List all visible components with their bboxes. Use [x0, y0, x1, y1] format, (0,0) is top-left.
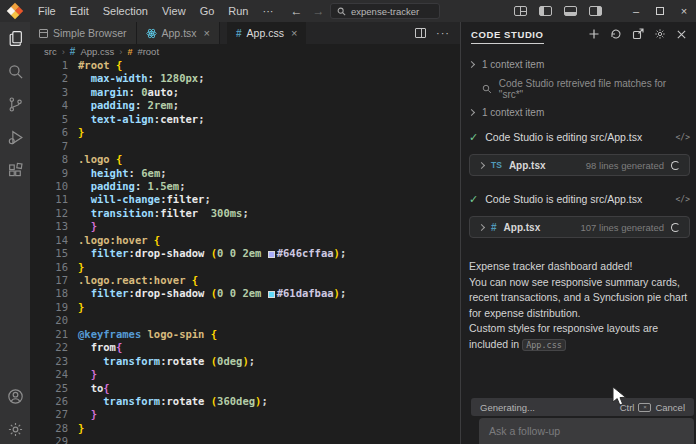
line-number: 9 — [30, 167, 78, 180]
history-icon[interactable] — [609, 28, 622, 41]
context-items-row[interactable]: 1 context item — [469, 57, 690, 71]
menu-edit[interactable]: Edit — [63, 0, 96, 22]
code-line[interactable]: 25 to{ — [30, 382, 460, 395]
code-line[interactable]: 16} — [30, 261, 460, 274]
generating-bar: Generating... Ctrl × Cancel — [471, 398, 694, 416]
split-editor-icon[interactable] — [415, 28, 426, 38]
source-control-icon[interactable] — [6, 95, 24, 113]
code-line[interactable]: 26 transform:rotate (360deg); — [30, 395, 460, 408]
code-line[interactable]: 7 — [30, 140, 460, 153]
window-close-button[interactable]: × — [672, 0, 696, 22]
toggle-secondary-sidebar-icon[interactable] — [589, 6, 602, 16]
breadcrumb-symbol[interactable]: #root — [137, 46, 159, 57]
run-debug-icon[interactable] — [6, 128, 24, 146]
new-chat-icon[interactable] — [587, 28, 600, 41]
code-line[interactable]: 9 height: 6em; — [30, 167, 460, 180]
toggle-sidebar-icon[interactable] — [539, 6, 552, 16]
panel-settings-gear-icon[interactable] — [653, 28, 666, 41]
panel-title-tab[interactable]: CODE STUDIO — [471, 25, 544, 44]
panel-close-icon[interactable] — [675, 28, 688, 41]
followup-placeholder: Ask a follow-up — [489, 425, 560, 437]
file-chip[interactable]: App.css — [522, 339, 566, 351]
code-line[interactable]: 19} — [30, 301, 460, 314]
code-line[interactable]: 3 margin: 0auto; — [30, 86, 460, 99]
line-number: 27 — [30, 408, 78, 421]
menu-more-icon[interactable]: ··· — [256, 0, 281, 22]
code-line[interactable]: 17.logo.react:hover { — [30, 274, 460, 287]
tab-label: Simple Browser — [53, 27, 127, 39]
code-line[interactable]: 2 max-width: 1280px; — [30, 72, 460, 85]
css-file-icon: # — [70, 46, 76, 57]
open-in-editor-icon[interactable] — [631, 28, 644, 41]
settings-gear-icon[interactable] — [6, 420, 24, 438]
nav-forward-icon[interactable]: → — [313, 4, 325, 18]
menu-go[interactable]: Go — [193, 0, 222, 22]
code-line[interactable]: 23 transform:rotate (0deg); — [30, 355, 460, 368]
code-token: .logo.react:hover — [78, 274, 192, 286]
menu-file[interactable]: File — [31, 0, 63, 22]
generated-file-card[interactable]: TS App.tsx 98 lines generated — [469, 154, 690, 176]
tab-close-icon[interactable]: × — [291, 27, 297, 39]
editor-more-actions-icon[interactable]: ··· — [436, 27, 450, 39]
breadcrumb-src[interactable]: src — [44, 46, 57, 57]
line-number: 26 — [30, 395, 78, 408]
code-token: : — [129, 167, 142, 179]
code-line[interactable]: 29 — [30, 435, 460, 444]
code-line[interactable]: 10 padding: 1.5em; — [30, 180, 460, 193]
search-input[interactable]: expense-tracker — [330, 3, 440, 19]
code-line[interactable]: 24 } — [30, 368, 460, 381]
nav-back-icon[interactable]: ← — [291, 4, 303, 18]
code-line[interactable]: 4 padding: 2rem; — [30, 99, 460, 112]
tab-close-icon[interactable]: × — [204, 27, 210, 39]
code-line[interactable]: 6} — [30, 126, 460, 139]
code-line[interactable]: 28} — [30, 422, 460, 435]
code-line[interactable]: 5 text-align:center; — [30, 113, 460, 126]
code-line[interactable]: 27 } — [30, 408, 460, 421]
tab-label: App.tsx — [162, 27, 197, 39]
account-icon[interactable] — [6, 387, 24, 405]
generated-file-card[interactable]: # App.tsx 107 lines generated — [469, 216, 690, 238]
app-window: File Edit Selection View Go Run ··· ← → … — [0, 0, 696, 444]
lines-generated-label: 107 lines generated — [581, 222, 664, 233]
tab-app-tsx[interactable]: App.tsx × — [137, 22, 220, 44]
code-line[interactable]: 8.logo { — [30, 153, 460, 166]
code-line[interactable]: 12 transition:filter 300ms; — [30, 207, 460, 220]
code-line[interactable]: 21@keyframes logo-spin { — [30, 328, 460, 341]
menu-view[interactable]: View — [155, 0, 193, 22]
code-line[interactable]: 11 will-change:filter; — [30, 193, 460, 206]
code-line[interactable]: 13 } — [30, 220, 460, 233]
css-file-icon: # — [236, 28, 242, 39]
tab-app-css[interactable]: # App.css × — [227, 22, 306, 44]
breadcrumb-separator: › — [62, 46, 65, 57]
menu-run[interactable]: Run — [221, 0, 255, 22]
extensions-icon[interactable] — [6, 161, 24, 179]
code-line[interactable]: 22 from{ — [30, 341, 460, 354]
code-line[interactable]: 14.logo:hover { — [30, 234, 460, 247]
context-items-label: 1 context item — [482, 107, 544, 118]
menu-selection[interactable]: Selection — [96, 0, 155, 22]
code-token: ; — [340, 287, 346, 299]
code-token: #61dafbaa — [277, 287, 334, 299]
code-line[interactable]: 1#root { — [30, 59, 460, 72]
code-token: logo-spin — [141, 328, 211, 340]
context-items-row[interactable]: 1 context item — [469, 105, 690, 119]
customize-layout-icon[interactable] — [514, 6, 527, 16]
code-line[interactable]: 18 filter:drop-shadow (0 0 2em #61dafbaa… — [30, 287, 460, 300]
toggle-panel-icon[interactable] — [564, 6, 577, 16]
tab-simple-browser[interactable]: Simple Browser — [30, 22, 137, 44]
followup-input[interactable]: Ask a follow-up — [479, 418, 694, 444]
line-number: 29 — [30, 435, 78, 444]
window-minimize-button[interactable]: – — [624, 0, 648, 22]
editor-group: Simple Browser App.tsx × # App.css × ···… — [30, 22, 460, 444]
line-number: 13 — [30, 220, 78, 233]
window-maximize-button[interactable] — [648, 0, 672, 22]
line-number: 19 — [30, 301, 78, 314]
code-line[interactable]: 15 filter:drop-shadow (0 0 2em #646cffaa… — [30, 247, 460, 260]
search-sidebar-icon[interactable] — [6, 62, 24, 80]
code-token: : — [129, 86, 142, 98]
maximize-icon — [656, 7, 664, 15]
breadcrumb-file[interactable]: App.css — [80, 46, 114, 57]
code-line[interactable]: 20 — [30, 314, 460, 327]
explorer-icon[interactable] — [6, 29, 24, 47]
line-number: 21 — [30, 328, 78, 341]
